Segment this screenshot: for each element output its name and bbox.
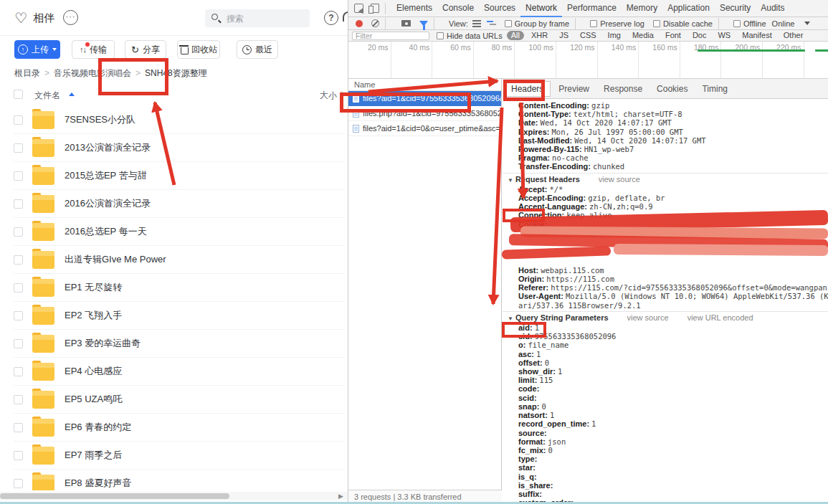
disable-cache-checkbox[interactable]: Disable cache [653, 19, 713, 28]
view-source-link[interactable]: view source [599, 175, 640, 184]
row-checkbox[interactable] [14, 479, 23, 488]
folder-name[interactable]: EP1 无尽旋转 [65, 281, 122, 294]
upload-button[interactable]: ↑ 上传 [14, 40, 60, 59]
devtools-tab[interactable]: Performance [562, 0, 622, 17]
breadcrumb-item[interactable]: SNH48资源整理 [135, 67, 207, 80]
folder-name[interactable]: EP3 爱的幸运曲奇 [65, 337, 141, 350]
folder-name[interactable]: EP2 飞翔入手 [65, 309, 122, 322]
devtools-tab[interactable]: Application [662, 0, 715, 17]
filter-funnel-icon[interactable] [419, 21, 428, 27]
folder-name[interactable]: 7SENSES小分队 [65, 113, 135, 126]
transfer-button[interactable]: ↑↓ 传输 [72, 40, 115, 59]
folder-name[interactable]: 2016公演首演全记录 [65, 197, 151, 210]
list-view-icon[interactable] [472, 20, 481, 27]
request-row[interactable]: files.php?aid=1&cid=975563335368052096&o… [348, 106, 501, 121]
disclosure-triangle-icon[interactable]: ▼ [508, 315, 513, 322]
file-row[interactable]: EP7 雨季之后 [14, 442, 345, 470]
row-checkbox[interactable] [14, 255, 23, 265]
file-row[interactable]: EP5 UZA鸣吒 [14, 386, 345, 414]
file-row[interactable]: 2015总选EP 苦与甜 [14, 162, 345, 190]
folder-name[interactable]: 2015总选EP 苦与甜 [65, 169, 147, 182]
devtools-tab[interactable]: Network [520, 0, 562, 17]
folder-name[interactable]: EP4 心电感应 [65, 365, 122, 378]
file-row[interactable]: EP8 盛夏好声音 [14, 470, 345, 490]
row-checkbox[interactable] [14, 451, 23, 460]
file-row[interactable]: EP4 心电感应 [14, 358, 345, 386]
request-row[interactable]: files?aid=1&cid=0&o=user_ptime&asc=0&off… [348, 121, 501, 136]
details-tab[interactable]: Response [597, 82, 649, 96]
throttling-select[interactable]: Online [772, 19, 795, 28]
network-type-filter[interactable]: Manifest [738, 31, 776, 40]
recycle-bin-button[interactable]: 回收站 [177, 40, 220, 59]
network-type-filter[interactable]: CSS [576, 31, 601, 40]
row-checkbox[interactable] [14, 367, 23, 376]
row-checkbox[interactable] [14, 171, 23, 181]
view-source-link[interactable]: view source [627, 313, 669, 322]
row-checkbox[interactable] [14, 395, 23, 404]
scrollbar-right-arrow[interactable]: ▶ [338, 492, 343, 500]
waterfall-view-icon[interactable] [487, 20, 496, 27]
clear-icon[interactable] [371, 19, 379, 27]
filter-input[interactable] [352, 32, 429, 40]
row-checkbox[interactable] [14, 339, 23, 348]
network-type-filter[interactable]: Img [604, 31, 625, 40]
network-type-filter[interactable]: All [507, 31, 524, 40]
select-all-checkbox[interactable] [14, 90, 23, 99]
breadcrumb-item[interactable]: 根目录 [14, 67, 40, 80]
view-url-encoded-link[interactable]: view URL encoded [687, 313, 753, 322]
devtools-tab[interactable]: Console [437, 0, 479, 17]
search-box[interactable] [205, 9, 310, 27]
row-checkbox[interactable] [14, 115, 23, 125]
folder-name[interactable]: EP7 雨季之后 [65, 449, 122, 462]
row-checkbox[interactable] [14, 423, 23, 432]
file-row[interactable]: 出道专辑GIve Me Power [14, 246, 345, 274]
more-options-icon[interactable]: ··· [63, 10, 78, 25]
hide-data-urls-checkbox[interactable]: Hide data URLs [437, 32, 503, 40]
request-row[interactable]: files?aid=1&cid=975563335368052096&o=fil… [348, 91, 501, 106]
row-checkbox[interactable] [14, 199, 23, 209]
group-by-frame-checkbox[interactable]: Group by frame [505, 19, 569, 28]
details-tab[interactable]: Headers [504, 81, 551, 97]
network-type-filter[interactable]: Font [661, 31, 685, 40]
search-input[interactable] [225, 9, 304, 27]
details-tab[interactable]: Cookies [650, 82, 694, 96]
file-row[interactable]: EP2 飞翔入手 [14, 302, 345, 330]
record-button[interactable] [356, 20, 363, 27]
file-row[interactable]: 7SENSES小分队 [14, 106, 345, 134]
offline-checkbox[interactable]: Offline [733, 19, 766, 28]
file-row[interactable]: 2016总选EP 每一天 [14, 218, 345, 246]
throttling-caret-icon[interactable] [804, 22, 810, 25]
screenshot-capture-icon[interactable] [401, 20, 411, 27]
devtools-tab[interactable]: Elements [391, 0, 437, 17]
file-row[interactable]: 2016公演首演全记录 [14, 190, 345, 218]
column-header-size[interactable]: 大小 [320, 90, 337, 102]
network-type-filter[interactable]: WS [713, 31, 735, 40]
column-header-name[interactable]: 文件名 [34, 90, 60, 102]
help-icon[interactable]: ? [324, 11, 338, 25]
devtools-tab[interactable]: Audits [756, 0, 789, 17]
request-name-column-header[interactable]: Name [348, 79, 501, 91]
details-tab[interactable]: Timing [695, 82, 734, 96]
network-type-filter[interactable]: Other [779, 31, 808, 40]
horizontal-scrollbar[interactable]: ▶ [0, 492, 348, 500]
details-tab[interactable]: Preview [552, 82, 596, 96]
network-type-filter[interactable]: JS [555, 31, 573, 40]
timeline-overview[interactable]: 20 ms40 ms60 ms80 ms100 ms120 ms140 ms16… [348, 42, 828, 79]
share-button[interactable]: ↻ 分享 [125, 40, 166, 59]
devtools-tab[interactable]: Sources [479, 0, 520, 17]
device-toolbar-icon[interactable] [371, 4, 379, 13]
folder-name[interactable]: 2013公演首演全记录 [65, 141, 151, 154]
devtools-tab[interactable]: Security [715, 0, 756, 17]
headset-icon[interactable] [343, 11, 348, 22]
folder-name[interactable]: EP5 UZA鸣吒 [65, 393, 122, 406]
row-checkbox[interactable] [14, 227, 23, 237]
folder-name[interactable]: 2016总选EP 每一天 [65, 225, 147, 238]
folder-name[interactable]: EP6 青春的约定 [65, 421, 131, 434]
network-type-filter[interactable]: Media [628, 31, 658, 40]
disclosure-triangle-icon[interactable]: ▼ [508, 177, 513, 184]
devtools-tab[interactable]: Memory [622, 0, 662, 17]
file-row[interactable]: EP6 青春的约定 [14, 414, 345, 442]
breadcrumb-item[interactable]: 音乐视频电影演唱会 [44, 67, 131, 80]
scrollbar-thumb[interactable] [0, 493, 229, 499]
folder-name[interactable]: 出道专辑GIve Me Power [65, 253, 166, 266]
